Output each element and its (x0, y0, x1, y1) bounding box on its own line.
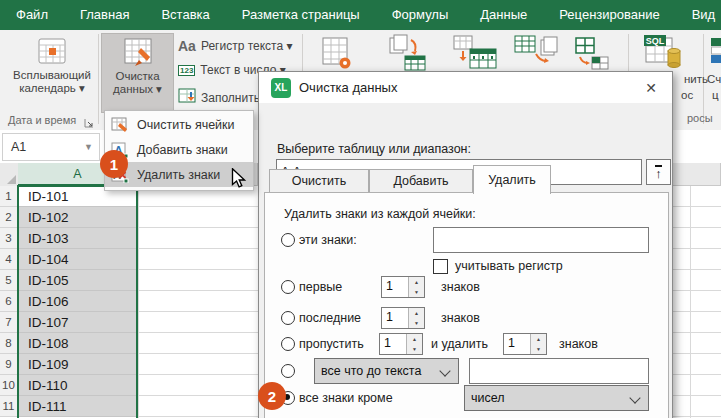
data-cleaning-label-1: Очистка (115, 70, 159, 83)
xl-logo-icon: XL (271, 78, 291, 98)
cell-a6[interactable]: ID-106 (18, 291, 138, 312)
chevron-down-icon (629, 392, 640, 403)
cell-a10[interactable]: ID-110 (18, 375, 138, 396)
name-box[interactable]: A1 ▼ (2, 133, 100, 161)
arrow-up-icon[interactable]: ▲ (409, 308, 424, 318)
arrow-down-icon[interactable]: ▼ (409, 318, 424, 328)
arrow-up-icon[interactable]: ▲ (407, 334, 422, 344)
before-text-input[interactable] (469, 358, 649, 384)
stepper-arrows[interactable]: ▲▼ (530, 334, 546, 354)
dialog-title: Очистка данных (299, 80, 397, 95)
tab-home[interactable]: Главная (64, 0, 145, 30)
split-table-icon[interactable] (452, 34, 498, 76)
table-gear-icon[interactable] (318, 36, 354, 74)
and-remove-label: и удалить (431, 337, 488, 351)
arrow-down-icon[interactable]: ▼ (409, 287, 424, 297)
tab-file[interactable]: Файл (0, 0, 64, 30)
row-header[interactable]: 9 (0, 354, 18, 375)
table-to-pages-icon[interactable] (513, 34, 559, 76)
sql-query-icon[interactable]: SQL (641, 33, 683, 75)
select-all-corner[interactable] (0, 163, 19, 187)
tab-data[interactable]: Данные (464, 0, 543, 30)
row-header[interactable]: 1 (0, 186, 18, 207)
dialog-title-bar[interactable]: XL Очистка данных ✕ (259, 72, 672, 103)
menu-item-add-chars[interactable]: A Добавить знаки (105, 137, 253, 162)
skip-count-stepper[interactable]: 1 ▲▼ (379, 333, 423, 355)
grid-vline (138, 186, 139, 418)
step-badge-1: 1 (100, 150, 128, 178)
tab-insert[interactable]: Вставка (145, 0, 225, 30)
radio-before-text[interactable] (281, 364, 295, 378)
arrow-up-icon[interactable]: ▲ (531, 334, 546, 344)
radio-first[interactable] (281, 280, 295, 294)
section-label: Удалить знаки из каждой ячейки: (284, 207, 476, 221)
radio-last-label: последние (299, 311, 361, 325)
tab-page-layout[interactable]: Разметка страницы (226, 0, 376, 30)
formatted-table-icon[interactable] (711, 36, 721, 70)
row-header[interactable]: 8 (0, 333, 18, 354)
chars-suffix-label: знаков (441, 280, 480, 294)
cell-a7[interactable]: ID-107 (18, 312, 138, 333)
truncated-button-label: ос (681, 89, 693, 101)
cell-a4[interactable]: ID-104 (18, 249, 138, 270)
dialog-tab-clear[interactable]: Очистить (269, 169, 369, 193)
data-cleaning-button[interactable]: Очистка данных ▾ (101, 33, 174, 113)
copy-to-table-icon[interactable] (386, 34, 428, 76)
radio-skip[interactable] (281, 337, 295, 351)
radio-last[interactable] (281, 311, 295, 325)
menu-item-clear-cells[interactable]: Очистить ячейки (105, 112, 253, 137)
text-case-button[interactable]: Aa Регистр текста ▾ (178, 38, 292, 54)
last-count-stepper[interactable]: 1 ▲▼ (381, 307, 425, 329)
stepper-value: 1 (382, 308, 408, 328)
dialog-tab-remove[interactable]: Удалить (473, 165, 551, 194)
tab-view[interactable]: Вид (676, 0, 721, 30)
arrow-down-icon[interactable]: ▼ (531, 344, 546, 354)
range-picker-button[interactable]: ↑ (646, 159, 671, 185)
truncated-button-label: нить (684, 73, 708, 85)
fill-blanks-icon (178, 88, 196, 107)
close-icon[interactable]: ✕ (640, 78, 662, 98)
cell-a11[interactable]: ID-111 (18, 396, 138, 417)
tab-formulas[interactable]: Формулы (376, 0, 465, 30)
group-label-date-time: Дата и время (8, 114, 76, 126)
stepper-arrows[interactable]: ▲▼ (406, 334, 422, 354)
stepper-arrows[interactable]: ▲▼ (408, 277, 424, 297)
these-chars-input[interactable] (433, 227, 649, 253)
arrow-up-icon[interactable]: ▲ (409, 277, 424, 287)
row-header[interactable]: 11 (0, 396, 18, 417)
stepper-arrows[interactable]: ▲▼ (408, 308, 424, 328)
case-sensitive-checkbox[interactable] (433, 259, 448, 274)
row-header[interactable]: 3 (0, 228, 18, 249)
cell-a3[interactable]: ID-103 (18, 228, 138, 249)
all-except-combo[interactable]: чисел (464, 385, 649, 411)
popup-calendar-label-1: Всплывающий (13, 69, 91, 82)
chevron-down-icon[interactable]: ▼ (84, 142, 99, 152)
tab-review[interactable]: Рецензирование (543, 0, 675, 30)
data-cleaning-dialog: XL Очистка данных ✕ Выберите таблицу или… (258, 71, 673, 418)
remove-count-stepper[interactable]: 1 ▲▼ (503, 333, 547, 355)
ribbon-tab-bar: Файл Главная Вставка Разметка страницы Ф… (0, 0, 721, 30)
merge-cells-icon[interactable] (572, 36, 612, 74)
radio-these-chars[interactable] (281, 233, 295, 247)
row-header[interactable]: 6 (0, 291, 18, 312)
cell-a9[interactable]: ID-109 (18, 354, 138, 375)
radio-all-except-label: все знаки кроме (299, 391, 393, 405)
popup-calendar-button[interactable]: Всплывающий календарь ▾ (6, 34, 98, 110)
dialog-tab-add[interactable]: Добавить (369, 169, 473, 193)
truncated-button-label: Сч (707, 73, 721, 85)
excel-window: Файл Главная Вставка Разметка страницы Ф… (0, 0, 721, 418)
combo-value: чисел (471, 391, 505, 405)
case-sensitive-label: учитывать регистр (455, 259, 563, 273)
row-header[interactable]: 10 (0, 375, 18, 396)
row-header[interactable]: 5 (0, 270, 18, 291)
row-header[interactable]: 2 (0, 207, 18, 228)
arrow-down-icon[interactable]: ▼ (407, 344, 422, 354)
before-text-combo[interactable]: все что до текста (314, 358, 459, 384)
row-header[interactable]: 7 (0, 312, 18, 333)
row-header[interactable]: 4 (0, 249, 18, 270)
first-count-stepper[interactable]: 1 ▲▼ (381, 276, 425, 298)
cell-a2[interactable]: ID-102 (18, 207, 138, 228)
menu-item-label: Удалить знаки (137, 168, 220, 182)
cell-a8[interactable]: ID-108 (18, 333, 138, 354)
cell-a5[interactable]: ID-105 (18, 270, 138, 291)
